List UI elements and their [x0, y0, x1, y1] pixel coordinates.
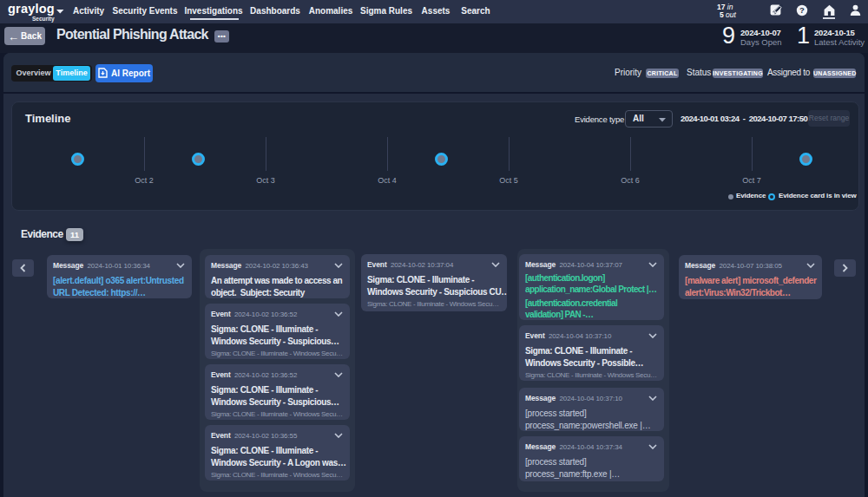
svg-text:?: ?	[799, 5, 805, 15]
